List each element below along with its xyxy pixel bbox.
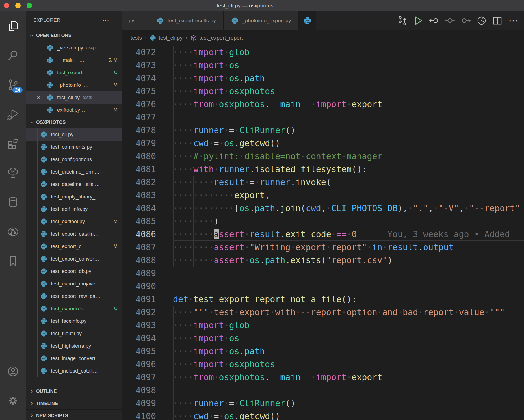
line-number[interactable]: 4074 <box>122 72 156 85</box>
project-section-header[interactable]: › OSXPHOTOS <box>26 116 122 128</box>
tree-item[interactable]: test_exif_info.py <box>26 203 122 215</box>
line-number[interactable]: 4073 <box>122 59 156 72</box>
line-number[interactable]: 4099 <box>122 397 156 410</box>
breadcrumb-label: test_export_report <box>199 35 243 41</box>
sidebar-more-actions-icon[interactable]: ⋯ <box>102 16 109 24</box>
breadcrumb-item[interactable]: test_export_report <box>190 34 243 41</box>
line-number[interactable]: 4089 <box>122 267 156 280</box>
breadcrumb-item[interactable]: test_cli.py <box>150 34 182 41</box>
minimize-window-button[interactable] <box>15 3 21 8</box>
close-window-button[interactable] <box>4 3 9 8</box>
tab[interactable]: .py <box>122 11 149 30</box>
tree-item[interactable]: test_datetime_form… <box>26 166 122 178</box>
navigate-forward-button[interactable] <box>458 11 474 30</box>
line-number[interactable]: 4090 <box>122 280 156 293</box>
close-editor-icon[interactable]: × <box>37 94 41 101</box>
tab[interactable]: test_exportresults.py <box>149 11 224 30</box>
tab-pinned-active[interactable] <box>299 11 316 30</box>
line-number[interactable]: 4085 <box>122 215 156 228</box>
tree-item[interactable]: test_export_c…M <box>26 240 122 253</box>
line-number[interactable]: 4081 <box>122 163 156 176</box>
split-editor-button[interactable] <box>490 11 505 30</box>
line-number[interactable]: 4072 <box>122 46 156 59</box>
line-number[interactable]: 4077 <box>122 111 156 124</box>
tree-item[interactable]: test_datetime_utils.… <box>26 178 122 190</box>
activity-item-explorer[interactable] <box>0 11 26 41</box>
line-number[interactable]: 4091 <box>122 293 156 306</box>
tree-item[interactable]: test_comments.py <box>26 141 122 153</box>
code-editor[interactable]: 4072····import·glob4073····import·os4074… <box>122 46 524 420</box>
line-number[interactable]: 4092 <box>122 306 156 319</box>
tree-item[interactable]: test_image_convert… <box>26 352 122 365</box>
open-editor-item[interactable]: _photoinfo_…M <box>26 79 122 91</box>
more-actions-button[interactable]: ⋯ <box>505 11 521 30</box>
compare-changes-button[interactable] <box>395 11 410 30</box>
line-number[interactable]: 4076 <box>122 98 156 111</box>
activity-item-bookmarks[interactable] <box>0 246 26 276</box>
section-header-outline[interactable]: ›OUTLINE <box>26 385 122 397</box>
line-number[interactable]: 4082 <box>122 176 156 189</box>
tab[interactable]: _photoinfo_export.py <box>224 11 299 30</box>
interactive-window-button[interactable] <box>474 11 490 30</box>
zoom-window-button[interactable] <box>27 3 32 8</box>
activity-item-extensions[interactable] <box>0 129 26 158</box>
breadcrumb-item[interactable]: tests <box>131 35 142 41</box>
line-number[interactable]: 4078 <box>122 124 156 137</box>
tree-item[interactable]: test_export_db.py <box>26 265 122 278</box>
line-number[interactable]: 4084 <box>122 202 156 215</box>
tree-item[interactable]: test_highsierra.py <box>26 340 122 352</box>
tree-item[interactable]: test_export_raw_ca… <box>26 290 122 302</box>
line-number[interactable]: 4100 <box>122 410 156 420</box>
line-number[interactable]: 4079 <box>122 137 156 150</box>
git-status-badge: M <box>111 219 118 224</box>
code-line: 4100····cwd·=·os.getcwd() <box>122 410 524 420</box>
navigate-position-button[interactable] <box>442 11 458 30</box>
python-file-icon <box>40 317 47 325</box>
line-number[interactable]: 4094 <box>122 332 156 345</box>
tree-item[interactable]: test_export_catalin… <box>26 228 122 240</box>
line-number[interactable]: 4080 <box>122 150 156 163</box>
python-file-icon <box>40 280 47 287</box>
activity-item-git-graph[interactable] <box>0 217 26 246</box>
tree-item[interactable]: test_exportres…U <box>26 302 122 315</box>
open-editor-item[interactable]: ×test_cli.pytests <box>26 91 122 104</box>
line-number[interactable]: 4098 <box>122 384 156 397</box>
open-editor-item[interactable]: test_exportr…U <box>26 66 122 79</box>
tree-item[interactable]: test_fileutil.py <box>26 327 122 340</box>
line-number[interactable]: 4097 <box>122 371 156 384</box>
section-header-timeline[interactable]: ›TIMELINE <box>26 397 122 409</box>
section-header-npm-scripts[interactable]: ›NPM SCRIPTS <box>26 409 122 420</box>
line-number[interactable]: 4096 <box>122 358 156 371</box>
python-file-icon <box>40 293 47 300</box>
open-editor-item[interactable]: exiftool.py…M <box>26 104 122 116</box>
activity-item-database[interactable] <box>0 188 26 217</box>
activity-item-source-control[interactable]: 24 <box>0 70 26 99</box>
tree-item[interactable]: test_export_mojave… <box>26 278 122 290</box>
activity-item-account[interactable] <box>0 357 26 386</box>
navigate-back-button[interactable] <box>426 11 442 30</box>
tree-item[interactable]: test_export_conver… <box>26 253 122 265</box>
open-editor-item[interactable]: __main__.…5, M <box>26 54 122 66</box>
code-line: 4083············export, <box>122 189 524 202</box>
tree-item[interactable]: test_incloud_catali… <box>26 365 122 377</box>
activity-item-settings[interactable] <box>0 386 26 415</box>
code-line-content: ············[os.path.join(cwd,·CLI_PHOTO… <box>173 202 524 215</box>
line-number[interactable]: 4093 <box>122 319 156 332</box>
line-number[interactable]: 4083 <box>122 189 156 202</box>
tree-item[interactable]: test_configoptions.… <box>26 153 122 166</box>
tree-item[interactable]: test_exiftool.pyM <box>26 215 122 228</box>
tree-item[interactable]: test_empty_library_… <box>26 190 122 203</box>
open-editors-section-header[interactable]: › OPEN EDITORS <box>26 29 122 42</box>
run-button[interactable] <box>410 11 426 30</box>
line-number[interactable]: 4086 <box>122 228 156 241</box>
line-number[interactable]: 4095 <box>122 345 156 358</box>
activity-item-todo-tree[interactable] <box>0 158 26 188</box>
line-number[interactable]: 4075 <box>122 85 156 98</box>
open-editor-item[interactable]: _version.pyosxp… <box>26 42 122 54</box>
tree-item[interactable]: test_cli.py <box>26 128 122 141</box>
line-number[interactable]: 4088 <box>122 254 156 267</box>
line-number[interactable]: 4087 <box>122 241 156 254</box>
tree-item[interactable]: test_faceinfo.py <box>26 315 122 327</box>
activity-item-run-debug[interactable] <box>0 99 26 129</box>
activity-item-search[interactable] <box>0 41 26 70</box>
